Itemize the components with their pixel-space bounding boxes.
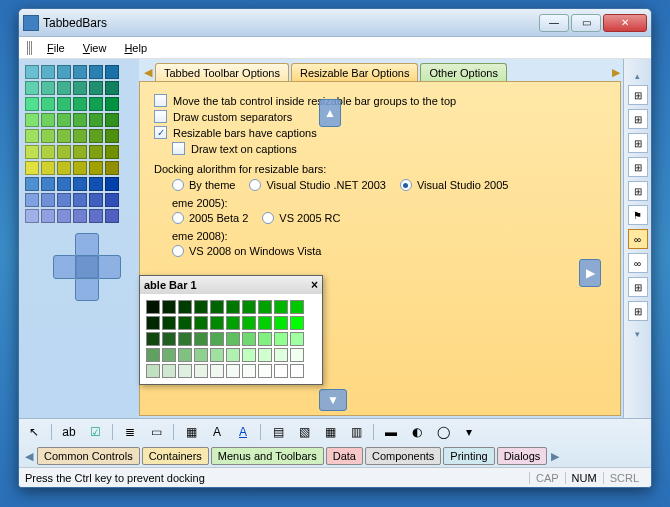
color-swatch[interactable] xyxy=(89,193,103,207)
color-swatch[interactable] xyxy=(162,348,176,362)
color-swatch[interactable] xyxy=(73,209,87,223)
right-strip-icon[interactable]: ∞ xyxy=(628,229,648,249)
color-swatch[interactable] xyxy=(258,348,272,362)
color-swatch[interactable] xyxy=(25,145,39,159)
menu-file[interactable]: File xyxy=(39,40,73,56)
color-swatch[interactable] xyxy=(57,113,71,127)
color-swatch[interactable] xyxy=(73,145,87,159)
color-swatch[interactable] xyxy=(162,332,176,346)
color-swatch[interactable] xyxy=(146,364,160,378)
color-swatch[interactable] xyxy=(73,177,87,191)
panel-icon[interactable]: ▭ xyxy=(147,423,165,441)
color-swatch[interactable] xyxy=(194,316,208,330)
color-swatch[interactable] xyxy=(290,364,304,378)
btab-containers[interactable]: Containers xyxy=(142,447,209,465)
color-swatch[interactable] xyxy=(178,300,192,314)
right-strip-icon[interactable]: ⊞ xyxy=(628,85,648,105)
color-swatch[interactable] xyxy=(210,300,224,314)
right-strip-icon[interactable]: ⊞ xyxy=(628,109,648,129)
color-swatch[interactable] xyxy=(57,177,71,191)
color-swatch[interactable] xyxy=(89,209,103,223)
color-swatch[interactable] xyxy=(41,177,55,191)
list-icon[interactable]: ≣ xyxy=(121,423,139,441)
textbox-icon[interactable]: ab xyxy=(60,423,78,441)
color-swatch[interactable] xyxy=(89,129,103,143)
color-swatch[interactable] xyxy=(226,300,240,314)
radio-vs2003[interactable]: Visual Studio .NET 2003 xyxy=(249,179,385,191)
color-swatch[interactable] xyxy=(73,161,87,175)
radio-2005-rc[interactable]: VS 2005 RC xyxy=(262,212,340,224)
color-swatch[interactable] xyxy=(242,316,256,330)
color-swatch[interactable] xyxy=(105,193,119,207)
color-swatch[interactable] xyxy=(194,300,208,314)
dock-arrow-top[interactable]: ▲ xyxy=(319,99,341,127)
right-strip-icon[interactable]: ⊞ xyxy=(628,133,648,153)
pointer-icon[interactable]: ↖ xyxy=(25,423,43,441)
color-swatch[interactable] xyxy=(242,364,256,378)
minimize-button[interactable]: — xyxy=(539,14,569,32)
color-swatch[interactable] xyxy=(210,332,224,346)
right-strip-icon[interactable]: ⊞ xyxy=(628,157,648,177)
color-swatch[interactable] xyxy=(290,300,304,314)
color-swatch[interactable] xyxy=(57,129,71,143)
color-swatch[interactable] xyxy=(146,348,160,362)
right-strip-icon[interactable]: ⊞ xyxy=(628,277,648,297)
color-swatch[interactable] xyxy=(89,81,103,95)
right-strip-down-icon[interactable]: ▾ xyxy=(635,329,640,339)
color-swatch[interactable] xyxy=(194,348,208,362)
color-swatch[interactable] xyxy=(290,332,304,346)
btab-menus[interactable]: Menus and Toolbars xyxy=(211,447,324,465)
color-swatch[interactable] xyxy=(41,113,55,127)
color-swatch[interactable] xyxy=(194,332,208,346)
color-swatch[interactable] xyxy=(57,81,71,95)
color-swatch[interactable] xyxy=(290,348,304,362)
color-swatch[interactable] xyxy=(57,145,71,159)
color-swatch[interactable] xyxy=(274,364,288,378)
color-swatch[interactable] xyxy=(242,300,256,314)
tab-resizable-bar[interactable]: Resizable Bar Options xyxy=(291,63,418,81)
color-swatch[interactable] xyxy=(258,364,272,378)
menu-help[interactable]: Help xyxy=(116,40,155,56)
radio-2005-beta2[interactable]: 2005 Beta 2 xyxy=(172,212,248,224)
color-swatch[interactable] xyxy=(178,348,192,362)
titlebar[interactable]: TabbedBars — ▭ ✕ xyxy=(19,9,651,37)
calendar-icon[interactable]: ▤ xyxy=(269,423,287,441)
btab-dialogs[interactable]: Dialogs xyxy=(497,447,548,465)
color-swatch[interactable] xyxy=(73,81,87,95)
color-swatch[interactable] xyxy=(226,364,240,378)
color-swatch[interactable] xyxy=(258,332,272,346)
color-swatch[interactable] xyxy=(41,65,55,79)
color-swatch[interactable] xyxy=(178,316,192,330)
color-swatch[interactable] xyxy=(105,113,119,127)
color-swatch[interactable] xyxy=(105,177,119,191)
color-swatch[interactable] xyxy=(105,161,119,175)
color-swatch[interactable] xyxy=(258,300,272,314)
underline-icon[interactable]: A xyxy=(234,423,252,441)
btab-common[interactable]: Common Controls xyxy=(37,447,140,465)
color-swatch[interactable] xyxy=(242,348,256,362)
color-swatch[interactable] xyxy=(162,300,176,314)
color-swatch[interactable] xyxy=(73,65,87,79)
dock-arrow-bottom[interactable]: ▼ xyxy=(319,389,347,411)
checkbox-tool-icon[interactable]: ☑ xyxy=(86,423,104,441)
color-swatch[interactable] xyxy=(89,113,103,127)
color-swatch[interactable] xyxy=(146,332,160,346)
color-swatch[interactable] xyxy=(178,364,192,378)
color-swatch[interactable] xyxy=(226,316,240,330)
check-draw-text[interactable]: Draw text on captions xyxy=(172,142,606,155)
tab-nav-right-icon[interactable]: ▶ xyxy=(609,63,623,81)
text-icon[interactable]: A xyxy=(208,423,226,441)
color-swatch[interactable] xyxy=(57,209,71,223)
color-swatch[interactable] xyxy=(73,193,87,207)
color-swatch[interactable] xyxy=(25,97,39,111)
color-swatch[interactable] xyxy=(41,145,55,159)
check-draw-sep[interactable]: Draw custom separators xyxy=(154,110,606,123)
color-swatch[interactable] xyxy=(25,209,39,223)
color-swatch[interactable] xyxy=(194,364,208,378)
color-swatch[interactable] xyxy=(73,97,87,111)
color-swatch[interactable] xyxy=(105,129,119,143)
color-swatch[interactable] xyxy=(242,332,256,346)
color-swatch[interactable] xyxy=(25,161,39,175)
right-strip-icon[interactable]: ⚑ xyxy=(628,205,648,225)
misc3-icon[interactable]: ▾ xyxy=(460,423,478,441)
